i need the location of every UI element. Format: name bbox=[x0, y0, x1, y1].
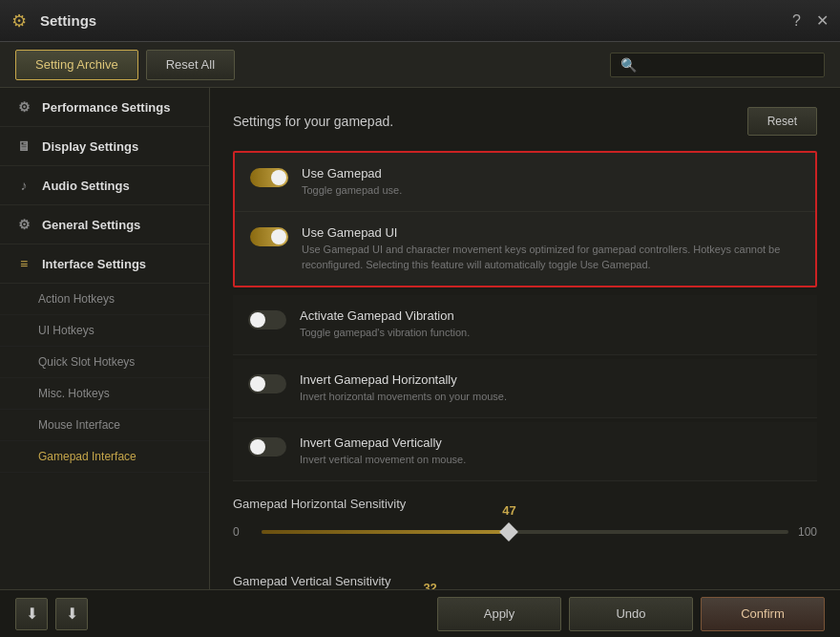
toggle-knob bbox=[250, 312, 265, 328]
horizontal-slider-container: 0 47 100 bbox=[233, 520, 817, 543]
sidebar-item-label: Audio Settings bbox=[42, 179, 130, 193]
sidebar-item-label: General Settings bbox=[42, 218, 140, 232]
use-gamepad-ui-toggle[interactable] bbox=[250, 227, 288, 246]
use-gamepad-desc: Toggle gamepad use. bbox=[302, 183, 800, 198]
sidebar-sub-misc-hotkeys[interactable]: Misc. Hotkeys bbox=[0, 378, 209, 410]
content-area: Settings for your gamepad. Reset Use Gam… bbox=[210, 88, 840, 589]
window-title: Settings bbox=[40, 12, 96, 29]
vertical-slider-value: 32 bbox=[423, 581, 436, 589]
use-gamepad-text: Use Gamepad Toggle gamepad use. bbox=[302, 166, 800, 198]
title-bar: ⚙ Settings ? ✕ bbox=[0, 0, 840, 42]
download2-button[interactable]: ⬇ bbox=[55, 598, 88, 630]
horizontal-slider-wrapper[interactable]: 47 bbox=[262, 520, 788, 543]
sidebar-item-label: Performance Settings bbox=[42, 100, 170, 115]
search-input[interactable] bbox=[642, 57, 814, 72]
horizontal-slider-fill bbox=[262, 530, 509, 534]
setting-archive-button[interactable]: Setting Archive bbox=[15, 50, 138, 80]
slider-min: 0 bbox=[233, 525, 252, 539]
confirm-button[interactable]: Confirm bbox=[701, 597, 825, 631]
invert-vertical-toggle[interactable] bbox=[248, 437, 286, 457]
vibration-toggle[interactable] bbox=[248, 310, 286, 329]
invert-horizontal-row: Invert Gamepad Horizontally Invert horiz… bbox=[233, 359, 817, 418]
invert-horizontal-name: Invert Gamepad Horizontally bbox=[300, 372, 802, 387]
vertical-sensitivity-label: Gamepad Vertical Sensitivity bbox=[233, 574, 817, 588]
sidebar-sub-quick-slot[interactable]: Quick Slot Hotkeys bbox=[0, 347, 209, 378]
invert-vertical-name: Invert Gamepad Vertically bbox=[300, 435, 802, 450]
content-title: Settings for your gamepad. bbox=[233, 114, 393, 129]
invert-vertical-row: Invert Gamepad Vertically Invert vertica… bbox=[233, 422, 817, 481]
invert-horizontal-text: Invert Gamepad Horizontally Invert horiz… bbox=[300, 372, 802, 404]
vibration-desc: Toggle gamepad's vibration function. bbox=[300, 326, 802, 340]
sub-item-label: Gamepad Interface bbox=[38, 450, 136, 463]
sidebar-item-label: Display Settings bbox=[42, 139, 138, 154]
horizontal-sensitivity-label: Gamepad Horizontal Sensitivity bbox=[233, 497, 817, 511]
content-header: Settings for your gamepad. Reset bbox=[233, 107, 817, 136]
help-button[interactable]: ? bbox=[792, 12, 801, 30]
invert-horizontal-desc: Invert horizontal movements on your mous… bbox=[300, 390, 802, 404]
sidebar-sub-gamepad-interface[interactable]: Gamepad Interface bbox=[0, 441, 209, 473]
sidebar-sub-action-hotkeys[interactable]: Action Hotkeys bbox=[0, 284, 209, 315]
sub-item-label: Mouse Interface bbox=[38, 418, 120, 432]
vibration-name: Activate Gamepad Vibration bbox=[300, 308, 802, 323]
sidebar-item-general[interactable]: ⚙ General Settings bbox=[0, 205, 209, 244]
toolbar: Setting Archive Reset All 🔍 bbox=[0, 42, 840, 88]
vibration-row: Activate Gamepad Vibration Toggle gamepa… bbox=[233, 295, 817, 354]
sidebar-item-display[interactable]: 🖥 Display Settings bbox=[0, 127, 209, 166]
use-gamepad-ui-desc: Use Gamepad UI and character movement ke… bbox=[302, 243, 800, 272]
invert-vertical-desc: Invert vertical movement on mouse. bbox=[300, 453, 802, 467]
download-button[interactable]: ⬇ bbox=[15, 598, 48, 630]
toggle-knob bbox=[250, 376, 265, 392]
reset-all-button[interactable]: Reset All bbox=[146, 50, 235, 80]
use-gamepad-ui-text: Use Gamepad UI Use Gamepad UI and charac… bbox=[302, 225, 800, 272]
main-layout: ⚙ Performance Settings 🖥 Display Setting… bbox=[0, 88, 840, 589]
horizontal-slider-track bbox=[262, 530, 788, 534]
display-icon: 🖥 bbox=[15, 138, 32, 154]
apply-button[interactable]: Apply bbox=[437, 597, 561, 631]
toggle-knob bbox=[250, 439, 265, 455]
sub-item-label: Misc. Hotkeys bbox=[38, 387, 110, 400]
horizontal-slider-thumb[interactable] bbox=[500, 522, 519, 541]
reset-button[interactable]: Reset bbox=[747, 107, 817, 136]
sub-item-label: Action Hotkeys bbox=[38, 292, 115, 306]
horizontal-sensitivity-section: Gamepad Horizontal Sensitivity 0 47 100 bbox=[233, 485, 817, 555]
use-gamepad-name: Use Gamepad bbox=[302, 166, 800, 180]
use-gamepad-toggle[interactable] bbox=[250, 168, 288, 187]
footer: ⬇ ⬇ Apply Undo Confirm bbox=[0, 589, 840, 637]
sub-item-label: Quick Slot Hotkeys bbox=[38, 355, 135, 369]
slider-max: 100 bbox=[798, 525, 817, 539]
sidebar-sub-mouse-interface[interactable]: Mouse Interface bbox=[0, 410, 209, 441]
use-gamepad-ui-name: Use Gamepad UI bbox=[302, 225, 800, 240]
search-icon: 🔍 bbox=[620, 57, 637, 73]
invert-vertical-text: Invert Gamepad Vertically Invert vertica… bbox=[300, 435, 802, 467]
use-gamepad-row: Use Gamepad Toggle gamepad use. bbox=[235, 153, 815, 212]
close-button[interactable]: ✕ bbox=[816, 11, 829, 30]
vibration-text: Activate Gamepad Vibration Toggle gamepa… bbox=[300, 308, 802, 340]
search-bar: 🔍 bbox=[610, 53, 825, 77]
sidebar-item-label: Interface Settings bbox=[42, 257, 146, 271]
audio-icon: ♪ bbox=[15, 178, 32, 193]
undo-button[interactable]: Undo bbox=[569, 597, 693, 631]
vertical-sensitivity-section: Gamepad Vertical Sensitivity 0 32 100 bbox=[233, 563, 817, 589]
sidebar-sub-ui-hotkeys[interactable]: UI Hotkeys bbox=[0, 315, 209, 347]
sidebar-item-audio[interactable]: ♪ Audio Settings bbox=[0, 166, 209, 205]
general-icon: ⚙ bbox=[15, 217, 32, 232]
use-gamepad-ui-row: Use Gamepad UI Use Gamepad UI and charac… bbox=[235, 212, 815, 286]
interface-icon: ≡ bbox=[15, 256, 32, 271]
sidebar-item-performance[interactable]: ⚙ Performance Settings bbox=[0, 88, 209, 127]
title-bar-controls: ? ✕ bbox=[792, 11, 829, 30]
performance-icon: ⚙ bbox=[15, 99, 32, 115]
settings-icon: ⚙ bbox=[11, 11, 32, 32]
footer-left-icons: ⬇ ⬇ bbox=[15, 598, 88, 630]
sidebar: ⚙ Performance Settings 🖥 Display Setting… bbox=[0, 88, 210, 589]
toggle-knob bbox=[271, 170, 286, 185]
horizontal-slider-value: 47 bbox=[502, 503, 515, 518]
highlighted-settings-section: Use Gamepad Toggle gamepad use. Use Game… bbox=[233, 151, 817, 287]
sidebar-item-interface[interactable]: ≡ Interface Settings bbox=[0, 244, 209, 284]
toggle-knob bbox=[271, 229, 286, 244]
sub-item-label: UI Hotkeys bbox=[38, 324, 94, 337]
invert-horizontal-toggle[interactable] bbox=[248, 374, 286, 393]
